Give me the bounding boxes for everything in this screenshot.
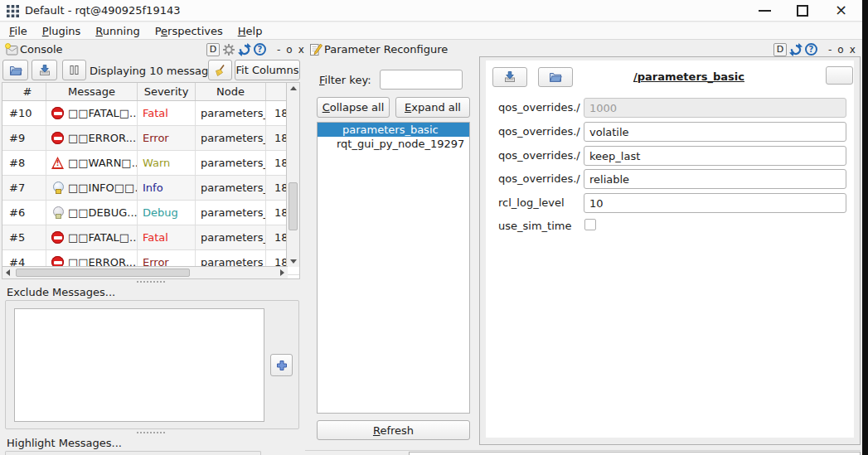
reconfigure-plugin-icon (309, 43, 322, 56)
table-vertical-scrollbar[interactable] (286, 83, 299, 267)
menu-file[interactable]: File (2, 24, 35, 38)
column-header-stamp[interactable] (266, 83, 287, 100)
console-plugin-icon (5, 43, 18, 56)
console-pause-button[interactable] (62, 60, 86, 80)
table-row[interactable]: #9 □□ERROR... Error parameters_... 18 (2, 126, 299, 151)
cell-stamp: 18 (266, 126, 287, 150)
menu-perspectives[interactable]: Perspectives (148, 24, 230, 38)
console-refresh-icon[interactable] (238, 43, 251, 56)
exclude-messages-label: Exclude Messages... (7, 286, 115, 298)
console-save-button[interactable] (32, 60, 57, 80)
param-input-qos-reliability[interactable] (584, 169, 846, 189)
reconfigure-dock-button[interactable]: D (773, 43, 787, 56)
cell-stamp: 18 (266, 176, 287, 200)
reconfigure-minimize-button[interactable]: - (827, 44, 833, 56)
horizontal-scroll-thumb[interactable] (16, 269, 190, 277)
filter-key-label: Filter key: (319, 74, 371, 86)
param-label-qos-history: qos_overrides./pa (498, 149, 580, 162)
menu-plugins[interactable]: Plugins (35, 24, 89, 38)
param-load-button[interactable] (538, 67, 573, 87)
highlight-splitter-handle[interactable] (137, 432, 165, 433)
reconfigure-panel-title: Parameter Reconfigure (324, 43, 448, 56)
table-body: #10 □□FATAL□... Fatal parameters_... 18 … (2, 101, 299, 275)
table-row[interactable]: #8 □□WARN□... Warn parameters_... 18 (2, 151, 299, 176)
node-parameter-panel: /parameters_basic qos_overrides./pa qos_… (479, 56, 861, 445)
console-settings-gear-icon[interactable] (222, 43, 235, 56)
param-input-rcl-log-level[interactable] (584, 193, 846, 213)
plus-icon (275, 359, 289, 372)
console-message-table: # Message Severity Node #10 □□FATAL□... … (2, 82, 300, 279)
tree-item-parameters-basic[interactable]: parameters_basic (318, 123, 469, 137)
cell-num: #6 (2, 201, 46, 225)
reconfigure-close-button[interactable]: x (848, 44, 857, 56)
open-folder-icon (9, 64, 22, 77)
console-close-button[interactable]: x (297, 44, 306, 56)
cell-num: #5 (2, 225, 46, 249)
cell-severity: Debug (138, 201, 196, 225)
vertical-scroll-thumb[interactable] (289, 182, 298, 230)
expand-all-button[interactable]: Expand all (395, 97, 470, 118)
param-extra-button[interactable] (826, 66, 853, 85)
cell-message: □□INFO□□... (46, 176, 138, 200)
console-help-icon[interactable] (254, 43, 266, 56)
table-row[interactable]: #5 □□FATAL□... Fatal parameters_... 18 (2, 225, 299, 250)
console-minimize-button[interactable]: - (275, 44, 282, 56)
scroll-left-icon[interactable] (6, 269, 10, 276)
console-float-button[interactable]: o (284, 44, 293, 56)
column-header-node[interactable]: Node (196, 83, 266, 100)
console-load-button[interactable] (2, 60, 28, 80)
fit-columns-button[interactable]: Fit Columns (235, 60, 300, 80)
column-header-message[interactable]: Message (46, 83, 138, 100)
severity-icon (51, 157, 64, 169)
console-dock-controls: D - o x (206, 42, 306, 56)
broom-icon (214, 64, 227, 77)
reconfigure-help-icon[interactable] (805, 43, 817, 56)
param-input-qos-history[interactable] (584, 146, 846, 166)
cell-num: #10 (2, 101, 46, 125)
cell-severity: Warn (138, 151, 196, 175)
window-maximize-button[interactable] (797, 5, 808, 17)
reconfigure-refresh-icon[interactable] (789, 43, 803, 56)
table-row[interactable]: #10 □□FATAL□... Fatal parameters_... 18 (2, 101, 299, 126)
cell-message: □□ERROR... (46, 126, 138, 150)
table-horizontal-scrollbar[interactable] (2, 266, 288, 278)
open-folder-icon (549, 70, 562, 84)
param-save-button[interactable] (492, 67, 527, 87)
reconfigure-float-button[interactable]: o (836, 44, 845, 56)
param-label-qos-depth: qos_overrides./pa (498, 101, 580, 114)
exclude-filter-list[interactable] (14, 308, 264, 422)
cell-num: #7 (2, 176, 46, 200)
window-minimize-button[interactable] (759, 10, 771, 12)
table-row[interactable]: #7 □□INFO□□... Info parameters_... 18 (2, 176, 299, 201)
menu-help[interactable]: Help (230, 24, 270, 38)
refresh-button[interactable]: Refresh (317, 420, 470, 440)
console-panel-title: Console (20, 43, 63, 56)
column-header-num[interactable]: # (2, 83, 46, 100)
tree-item-rqt-gui-py-node[interactable]: rqt_gui_py_node_19297 (318, 137, 469, 151)
severity-icon (51, 231, 64, 244)
cell-node: parameters_... (196, 176, 266, 200)
console-splitter-handle[interactable] (137, 281, 165, 283)
menu-running[interactable]: Running (88, 24, 147, 38)
scroll-down-icon[interactable] (290, 259, 297, 264)
add-exclude-filter-button[interactable] (270, 354, 293, 376)
cell-message: □□WARN□... (46, 151, 138, 175)
param-input-qos-depth (584, 98, 846, 118)
table-row[interactable]: #6 □□DEBUG... Debug parameters_... 18 (2, 201, 299, 225)
param-checkbox-use-sim-time[interactable] (584, 219, 596, 230)
param-input-qos-durability[interactable] (584, 122, 846, 142)
window-close-button[interactable]: × (835, 1, 847, 18)
table-header-row: # Message Severity Node (2, 83, 299, 101)
column-header-severity[interactable]: Severity (138, 83, 196, 100)
exclude-messages-group (5, 300, 299, 429)
console-dock-button[interactable]: D (206, 43, 220, 56)
scroll-up-icon[interactable] (290, 86, 297, 90)
console-clear-button[interactable] (208, 60, 232, 80)
filter-key-input[interactable] (380, 70, 463, 90)
collapse-all-button[interactable]: Collapse all (317, 97, 390, 118)
scroll-right-icon[interactable] (280, 269, 284, 276)
screen-edge (862, 0, 868, 455)
rqt-window: Default - rqt@490925f19143 × File Plugin… (0, 0, 868, 455)
cell-node: parameters_... (196, 151, 266, 175)
cell-message: □□FATAL□... (46, 101, 138, 125)
